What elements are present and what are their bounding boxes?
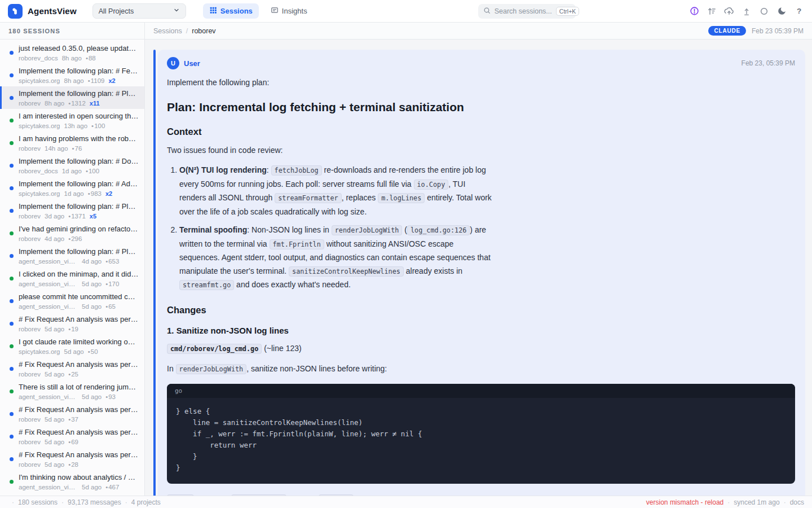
session-list-item[interactable]: just released 0.35.0, please update … ro… [0,41,144,64]
plan-intro: Implement the following plan: [167,76,493,89]
session-list-item[interactable]: Implement the following plan: # Pla… rob… [0,86,144,109]
session-status-dot [10,344,14,348]
session-status-dot [10,412,14,416]
session-title: please commit hte uncommitted ch… [19,292,139,301]
session-message-count: 76 [72,144,82,152]
activity-icon[interactable] [707,6,717,16]
theme-moon-icon[interactable] [776,6,787,16]
session-meta: CLAUDE Feb 23 05:39 PM [708,26,804,36]
session-project: roborev_docs [19,54,58,62]
version-mismatch-reload-link[interactable]: version mismatch - reload [646,498,723,506]
session-status-dot [10,322,14,326]
session-list-item[interactable]: # Fix Request An analysis was perfo… rob… [0,312,144,335]
session-title: Implement the following plan: # Fee… [19,67,139,76]
alert-icon[interactable] [689,6,699,16]
session-project: spicytakes.org [19,348,60,356]
help-icon[interactable]: ? [794,6,804,16]
session-list-item[interactable]: I am interested in open sourcing this… s… [0,109,144,132]
session-list-item[interactable]: Implement the following plan: # Fee… spi… [0,64,144,86]
session-project: roborev [19,235,41,243]
session-title: I am having problems with the robor… [19,134,139,143]
session-list-item[interactable]: Implement the following plan: # Pla… rob… [0,199,144,222]
session-list-item[interactable]: please commit hte uncommitted ch… agent_… [0,290,144,312]
session-list-sidebar: just released 0.35.0, please update … ro… [0,40,145,496]
session-list-item[interactable]: I got claude rate limited working on … s… [0,335,144,357]
session-project: roborev [19,438,41,446]
session-title: I've had gemini grinding on refactor… [19,225,139,234]
session-status-dot [10,231,14,235]
session-age: 5d ago [82,303,102,310]
toolbar-icons: ? [689,6,804,16]
session-list-item[interactable]: Implement the following plan: # Add… spi… [0,177,144,199]
message-accent-bar [153,50,156,496]
session-meta-row: agent_session_vie… 5d ago 93 [19,393,139,401]
code-language-label: go [167,384,795,398]
session-message-count: 1109 [88,77,105,85]
session-age: 5d ago [45,370,64,378]
session-list-item[interactable]: I am having problems with the robor… rob… [0,132,144,154]
session-status-dot [10,141,14,145]
session-project: spicytakes.org [19,77,60,85]
session-multiplier-badge: x2 [108,77,115,85]
session-title: Implement the following plan: # Doc… [19,157,139,166]
session-list-item[interactable]: Implement the following plan: # Doc… rob… [0,154,144,177]
session-project: agent_session_vie… [19,303,78,310]
session-age: 8h ago [45,99,64,107]
session-project: agent_session_vie… [19,257,78,265]
session-project: roborev [19,144,41,152]
session-meta-row: roborev_docs 1d ago 100 [19,167,139,175]
sync-icon[interactable] [759,6,769,16]
session-message-count: 37 [68,415,78,423]
session-list-item[interactable]: # Fix Request An analysis was perfo… rob… [0,402,144,425]
app-window: AgentsView All Projects Sessions Insight… [0,0,812,508]
nav-tab-sessions[interactable]: Sessions [203,3,259,19]
code-content: } else { line = sanitizeControlKeepNewli… [167,398,795,484]
session-list-item[interactable]: I've had gemini grinding on refactor… ro… [0,222,144,244]
session-message-count: 19 [68,325,78,333]
breadcrumb-sessions-link[interactable]: Sessions [153,27,182,35]
docs-link[interactable]: docs [780,498,804,506]
code-block[interactable]: go } else { line = sanitizeControlKeepNe… [167,384,795,484]
session-list-item[interactable]: I clicked on the minimap, and it did … a… [0,267,144,290]
session-project: spicytakes.org [19,122,60,130]
conversation-pane[interactable]: U User Feb 23, 05:39 PM Implement the fo… [145,40,812,496]
session-meta-row: agent_session_vie… 4d ago 653 [19,257,139,265]
insights-icon [271,6,279,16]
upload-icon[interactable] [742,6,752,16]
session-list-item[interactable]: I'm thinking now about analytics / d… ag… [0,470,144,493]
status-totals: 180 sessions93,173 messages4 projects [8,498,161,506]
status-right: version mismatch - reload synced 1m ago … [646,498,804,506]
session-age: 1d ago [62,167,82,175]
nav-insights-label: Insights [282,7,307,15]
project-filter-dropdown[interactable]: All Projects [92,3,186,19]
session-list-item[interactable]: There is still a lot of rendering jumpi…… [0,380,144,402]
breadcrumb-current-project: roborev [192,27,215,35]
session-age: 5d ago [45,325,64,333]
search-input[interactable]: Search sessions... Ctrl+K [478,4,576,19]
app-logo-icon[interactable] [8,4,23,19]
change1-note: --raw bypasses renderJobLog entirely (io… [167,493,493,496]
top-bar: AgentsView All Projects Sessions Insight… [0,0,812,23]
session-list-item[interactable]: # Fix Request An analysis was perfo… rob… [0,357,144,380]
session-message-count: 1371 [68,212,86,220]
session-message-count: 28 [68,461,78,468]
session-message-count: 296 [68,235,82,243]
breadcrumb-separator: / [186,27,188,35]
session-list-item[interactable]: # Fix Request An analysis was perfo… rob… [0,425,144,448]
message-bubble: U User Feb 23, 05:39 PM Implement the fo… [158,50,805,496]
session-age: 3d ago [45,212,64,220]
session-status-dot [10,119,14,122]
session-age: 5d ago [82,393,102,401]
session-message-count: 65 [105,303,116,310]
session-list-item[interactable]: # Fix Request An analysis was perfo… rob… [0,448,144,470]
session-header-bar: Sessions / roborev CLAUDE Feb 23 05:39 P… [145,23,812,39]
session-project: spicytakes.org [19,190,60,198]
session-age: 4d ago [45,235,64,243]
session-message-count: 467 [105,483,119,491]
nav-tab-insights[interactable]: Insights [264,3,314,19]
cloud-upload-icon[interactable] [724,6,734,16]
session-project: roborev [19,461,41,468]
session-list-item[interactable]: Implement the following plan: # Pla… age… [0,244,144,267]
session-meta-row: agent_session_vie… 5d ago 170 [19,280,139,288]
session-meta-row: roborev 4d ago 296 [19,235,139,243]
